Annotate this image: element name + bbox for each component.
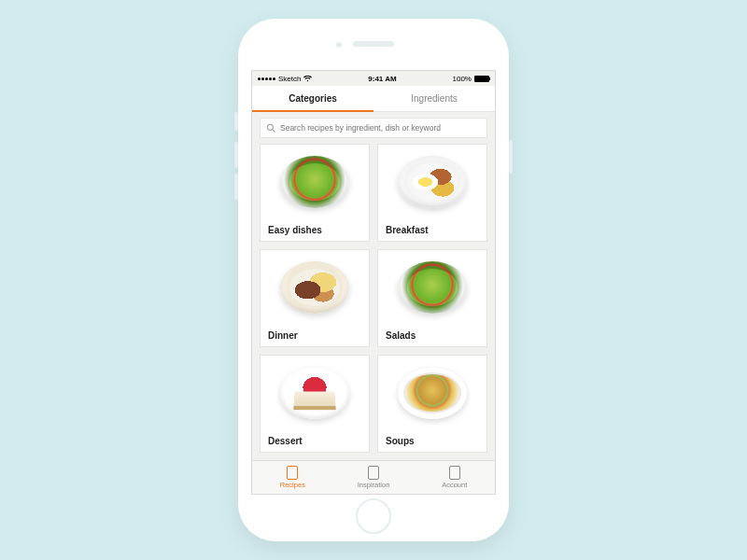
inspiration-icon xyxy=(368,466,379,480)
battery-percent: 100% xyxy=(453,75,472,83)
tab-categories[interactable]: Categories xyxy=(252,86,374,111)
phone-home-button[interactable] xyxy=(356,498,391,534)
category-label: Easy dishes xyxy=(261,219,369,241)
tabbar-inspiration[interactable]: Inspiration xyxy=(333,461,415,494)
category-label: Dessert xyxy=(261,430,369,452)
svg-line-1 xyxy=(273,130,275,133)
recipes-icon xyxy=(287,466,298,480)
category-label: Salads xyxy=(378,325,486,346)
category-image xyxy=(261,356,369,430)
dish-illustration xyxy=(280,367,349,419)
phone-mute-switch xyxy=(234,112,238,131)
carrier-label: Sketch xyxy=(278,75,301,83)
category-image xyxy=(261,145,369,219)
category-label: Breakfast xyxy=(378,219,486,241)
search-icon xyxy=(266,123,275,133)
top-tabs: Categories Ingredients xyxy=(252,86,495,112)
bottom-tabbar: Recipes Inspiration Account xyxy=(252,460,495,494)
category-card-dinner[interactable]: Dinner xyxy=(260,249,370,347)
search-input[interactable] xyxy=(280,123,481,133)
tabbar-account[interactable]: Account xyxy=(414,461,495,494)
phone-speaker xyxy=(353,41,394,47)
tabbar-recipes[interactable]: Recipes xyxy=(252,461,333,494)
category-card-soups[interactable]: Soups xyxy=(377,355,487,453)
tab-ingredients[interactable]: Ingredients xyxy=(374,86,495,111)
category-card-dessert[interactable]: Dessert xyxy=(260,355,370,453)
category-label: Soups xyxy=(378,430,486,452)
search-wrap xyxy=(252,112,495,144)
tabbar-label: Account xyxy=(442,481,467,489)
dish-illustration xyxy=(280,261,349,314)
screen: Sketch 9:41 AM 100% Categories Ingredien… xyxy=(251,70,496,495)
category-image xyxy=(378,250,486,325)
phone-volume-down xyxy=(234,174,238,200)
tabbar-label: Recipes xyxy=(280,481,305,489)
category-card-easy-dishes[interactable]: Easy dishes xyxy=(260,144,370,242)
wifi-icon xyxy=(303,76,312,82)
status-right: 100% xyxy=(453,75,489,83)
category-image xyxy=(378,356,486,430)
phone-power-button xyxy=(509,140,513,174)
status-bar: Sketch 9:41 AM 100% xyxy=(252,71,495,86)
search-field[interactable] xyxy=(260,118,487,138)
dish-illustration xyxy=(398,156,467,208)
tabbar-label: Inspiration xyxy=(358,481,390,489)
dish-illustration xyxy=(280,156,349,208)
dish-illustration xyxy=(398,261,467,314)
signal-dots-icon xyxy=(258,77,275,80)
status-time: 9:41 AM xyxy=(368,75,396,83)
category-label: Dinner xyxy=(261,325,369,346)
status-left: Sketch xyxy=(258,75,312,83)
account-icon xyxy=(449,466,460,480)
battery-icon xyxy=(474,76,489,82)
category-grid: Easy dishes Breakfast Dinner Salads Dess… xyxy=(252,144,495,460)
category-image xyxy=(378,145,486,219)
phone-volume-up xyxy=(234,142,238,168)
category-card-breakfast[interactable]: Breakfast xyxy=(377,144,487,242)
phone-camera xyxy=(336,42,342,48)
category-card-salads[interactable]: Salads xyxy=(377,249,487,347)
phone-frame: Sketch 9:41 AM 100% Categories Ingredien… xyxy=(238,19,509,541)
dish-illustration xyxy=(398,367,467,419)
category-image xyxy=(261,250,369,325)
